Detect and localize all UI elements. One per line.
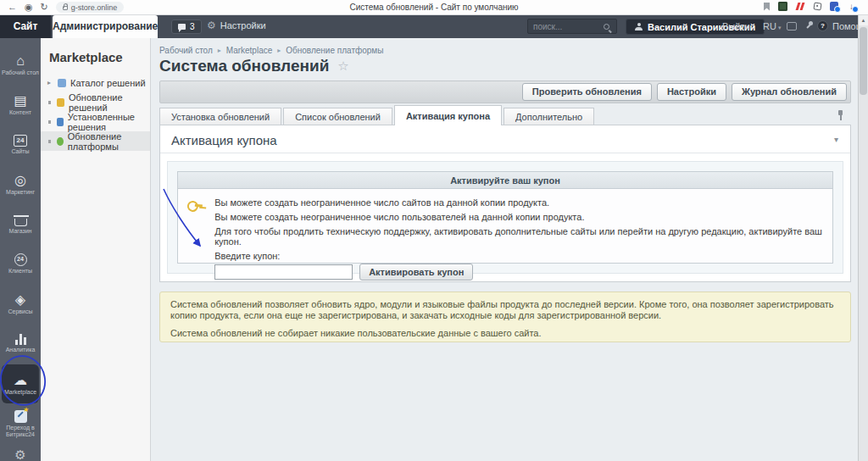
favorite-star-icon[interactable]: ☆ (337, 58, 348, 74)
logout-link[interactable]: Выйти (722, 21, 750, 31)
address-bar[interactable]: g-store.online (56, 2, 125, 13)
document-icon: ▤ (14, 93, 26, 108)
rail-item-marketplace[interactable]: ☁ Marketplace (2, 364, 39, 403)
note-paragraph: Система обновлений не собирает никакие п… (170, 328, 840, 339)
clients-24-icon: 24 (14, 253, 27, 266)
submenu-item-catalog[interactable]: ▸ Каталог решений (41, 73, 150, 92)
rail-item-analytics[interactable]: Аналитика (0, 324, 41, 364)
scrollbar-up-icon[interactable]: ▲ (859, 15, 868, 25)
rail-item-desktop[interactable]: ⌂ Рабочий стол (0, 45, 41, 85)
installed-icon (57, 118, 64, 126)
sidebar-gear-icon[interactable]: ⚙ (0, 447, 41, 461)
notification-icon (178, 24, 186, 30)
coupon-input[interactable] (214, 264, 353, 280)
submenu-item-platform-update[interactable]: Обновление платформы (41, 131, 150, 151)
info-note: Система обновлений позволяет обновить яд… (159, 292, 851, 342)
page-toolbar: Проверить обновления Настройки Журнал об… (159, 81, 851, 103)
topbar-settings[interactable]: ⚙ Настройки (207, 20, 266, 31)
breadcrumb-separator-icon: ▸ (277, 47, 281, 54)
coupon-box-header: Активируйте ваш купон (178, 172, 832, 189)
submenu-item-installed-solutions[interactable]: Установленные решения (41, 112, 150, 131)
administration-tab[interactable]: Администрирование (53, 15, 158, 38)
rail-item-content[interactable]: ▤ Контент (0, 85, 41, 125)
square-marker-icon (48, 120, 51, 124)
layers-icon: ◈ (15, 292, 25, 307)
note-paragraph: Система обновлений позволяет обновить яд… (170, 299, 840, 321)
settings-button[interactable]: Настройки (657, 83, 726, 101)
section-title: Активация купона (171, 133, 277, 147)
submenu-item-solution-updates[interactable]: Обновление решений (41, 92, 150, 112)
square-marker-icon (48, 140, 51, 143)
admin-topbar: Сайт Администрирование 3 ⚙ Настройки Вас… (0, 15, 858, 38)
submenu-title: Marketplace (41, 38, 150, 73)
rail-item-clients[interactable]: 24 Клиенты (0, 244, 41, 284)
marketplace-submenu: Marketplace ▸ Каталог решений Обновление… (41, 38, 151, 461)
update-log-button[interactable]: Журнал обновлений (732, 83, 847, 101)
browser-menu-icon[interactable]: ◉ (25, 3, 33, 12)
coupon-info-line: Вы можете создать неограниченное число п… (214, 212, 822, 222)
breadcrumb-platform-update[interactable]: Обновление платформы (286, 46, 383, 55)
rail-item-bitrix24[interactable]: Переход в Битрикс24 (0, 404, 41, 444)
pin-icon-topbar[interactable] (805, 21, 814, 31)
key-icon (185, 197, 206, 218)
bitrix24-icon (14, 410, 27, 423)
notifications-badge[interactable]: 3 (171, 19, 202, 34)
activate-coupon-button[interactable]: Активировать купон (359, 264, 473, 280)
coupon-info-line: Вы можете создать неограниченное число с… (214, 197, 822, 208)
page-title: Система обновлений (159, 57, 329, 75)
tab-updates-list[interactable]: Список обновлений (283, 108, 392, 125)
extension-icon-tag[interactable] (813, 2, 821, 10)
catalog-icon (58, 79, 66, 87)
tab-coupon-activation[interactable]: Активация купона (394, 105, 502, 125)
search-icon[interactable] (604, 24, 609, 30)
site-tab[interactable]: Сайт (0, 15, 51, 38)
main-content: Рабочий стол ▸ Marketplace ▸ Обновление … (151, 38, 858, 461)
rail-item-services[interactable]: ◈ Сервисы (0, 284, 41, 324)
extension-icon-green[interactable] (778, 2, 787, 11)
coins-icon (57, 98, 64, 107)
search-input[interactable] (528, 22, 604, 31)
bar-chart-icon (15, 334, 26, 345)
desktop-view-icon[interactable] (787, 22, 797, 31)
collapse-chevron-icon[interactable]: ▾ (834, 135, 838, 144)
browser-chrome: ← ◉ ↻ g-store.online Система обновлений … (0, 0, 868, 15)
user-icon (635, 23, 643, 31)
coupon-info-line: Для того чтобы продлить техническую подд… (214, 226, 822, 247)
rail-item-marketing[interactable]: ◎ Маркетинг (0, 164, 41, 204)
url-text[interactable]: g-store.online (71, 3, 118, 12)
breadcrumb-desktop[interactable]: Рабочий стол (159, 46, 213, 55)
triangle-marker-icon: ▸ (47, 79, 53, 86)
tab-additional[interactable]: Дополнительно (504, 108, 594, 125)
platform-update-icon (57, 137, 64, 146)
browser-scrollbar[interactable]: ▲ (858, 15, 868, 461)
back-icon[interactable]: ← (8, 3, 17, 12)
square-marker-icon (48, 101, 51, 104)
reload-icon[interactable]: ↻ (41, 3, 48, 12)
language-selector[interactable]: RU▾ (763, 21, 781, 31)
help-icon: ? (817, 20, 828, 31)
admin-search[interactable] (527, 19, 617, 34)
coupon-form-area: Активируйте ваш купон Вы можете создать … (167, 161, 843, 274)
tab-install-updates[interactable]: Установка обновлений (159, 108, 281, 125)
breadcrumb: Рабочий стол ▸ Marketplace ▸ Обновление … (159, 46, 383, 55)
cloud-download-icon: ☁ (14, 373, 27, 387)
tab-bar: Установка обновлений Список обновлений А… (159, 107, 596, 125)
notifications-count: 3 (190, 22, 195, 31)
scrollbar-thumb[interactable] (860, 27, 867, 95)
breadcrumb-marketplace[interactable]: Marketplace (226, 46, 272, 55)
extension-icon-bitrix[interactable] (796, 2, 805, 11)
breadcrumb-separator-icon: ▸ (218, 47, 221, 54)
lock-icon (63, 6, 68, 10)
coupon-input-label: Введите купон: (214, 251, 822, 261)
extension-icon-blue[interactable] (830, 2, 838, 11)
cart-icon (14, 219, 27, 226)
home-icon: ⌂ (16, 53, 25, 68)
bookmark-icon[interactable] (764, 3, 770, 11)
check-updates-button[interactable]: Проверить обновления (522, 83, 652, 101)
pin-icon-tabs[interactable] (836, 110, 844, 121)
coupon-activation-panel: Активация купона ▾ Активируйте ваш купон… (159, 125, 851, 282)
main-sidebar: ⌂ Рабочий стол ▤ Контент 24 Сайты ◎ Марк… (0, 38, 41, 461)
rail-item-sites[interactable]: 24 Сайты (0, 125, 41, 164)
rail-item-store[interactable]: Магазин (0, 204, 41, 244)
download-icon[interactable]: ↓ (847, 2, 856, 11)
